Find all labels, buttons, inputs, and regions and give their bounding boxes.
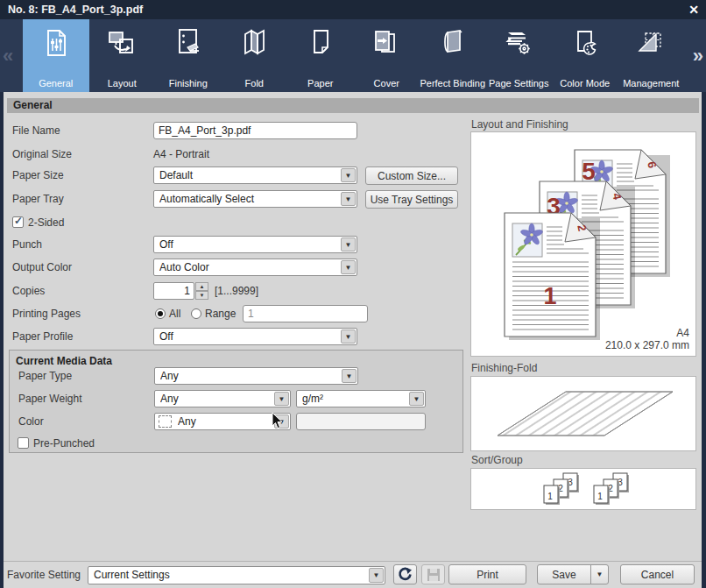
- page-number: 5: [582, 158, 596, 185]
- paper-tray-select[interactable]: Automatically Select ▼: [153, 190, 357, 208]
- finishing-fold-title: Finishing-Fold: [471, 362, 537, 374]
- chevron-down-icon[interactable]: ▼: [341, 168, 356, 182]
- tab-page-settings[interactable]: Page Settings: [486, 19, 553, 92]
- chevron-down-icon[interactable]: ▼: [341, 329, 356, 344]
- page-settings-icon: [503, 27, 534, 59]
- pages-preview-image: 5 6 3 4 1 2: [471, 132, 695, 356]
- titlebar: No. 8: FB_A4_Port_3p.pdf ✕: [0, 0, 706, 19]
- file-name-input[interactable]: [153, 122, 357, 139]
- scroll-right-icon[interactable]: »: [693, 19, 703, 92]
- perfect-binding-icon: [437, 27, 469, 59]
- copies-stepper[interactable]: 1 ▲ ▼: [153, 282, 208, 300]
- file-name-label: File Name: [12, 122, 60, 140]
- chevron-down-icon[interactable]: ▼: [369, 568, 384, 583]
- chevron-down-icon[interactable]: ▼: [342, 369, 357, 383]
- printing-pages-label: Printing Pages: [12, 305, 81, 323]
- copies-value[interactable]: 1: [153, 282, 194, 300]
- tab-label: Page Settings: [486, 78, 553, 89]
- sort-page-number: 1: [547, 492, 553, 501]
- original-size-value: A4 - Portrait: [153, 145, 209, 164]
- favorite-setting-select[interactable]: Current Settings ▼: [88, 566, 385, 584]
- chevron-down-icon[interactable]: ▼: [341, 260, 356, 274]
- favorite-setting-label: Favorite Setting: [7, 562, 81, 588]
- pages-range-radio[interactable]: [191, 308, 201, 319]
- section-header-general: General: [7, 98, 699, 113]
- tab-strip: General Layout Fini: [23, 19, 684, 92]
- print-button[interactable]: Print: [448, 564, 526, 584]
- fold-icon: [238, 27, 270, 59]
- sorted-sets-image: 3 2 1 3 2 1: [471, 469, 695, 509]
- cancel-button[interactable]: Cancel: [620, 564, 695, 584]
- media-color-input: [296, 413, 426, 430]
- tab-color-mode[interactable]: Color Mode: [552, 19, 618, 92]
- pre-punched-label: Pre-Punched: [33, 435, 95, 452]
- punch-label: Punch: [12, 236, 42, 254]
- chevron-down-icon[interactable]: ▼: [409, 392, 424, 406]
- media-color-select[interactable]: Any ▼: [154, 413, 291, 430]
- paper-weight-label: Paper Weight: [18, 390, 82, 407]
- save-options-arrow[interactable]: ▼: [590, 564, 609, 584]
- refresh-button[interactable]: [393, 564, 417, 584]
- toolbar: « General Layout: [0, 19, 706, 92]
- tab-label: Cover: [354, 78, 420, 89]
- paper-size-select[interactable]: Default ▼: [153, 166, 357, 184]
- original-size-label: Original Size: [12, 145, 72, 164]
- paper-weight-select[interactable]: Any ▼: [154, 390, 291, 407]
- layout-finishing-preview: 5 6 3 4 1 2 A4 210.0 x 297.0 mm: [470, 131, 696, 357]
- tab-label: Fold: [222, 78, 288, 89]
- paper-type-label: Paper Type: [18, 367, 72, 385]
- tab-layout[interactable]: Layout: [89, 19, 156, 92]
- sort-page-number: 1: [597, 492, 603, 501]
- copies-range-hint: [1...9999]: [215, 282, 258, 301]
- punch-select[interactable]: Off ▼: [153, 236, 357, 253]
- layout-finishing-title: Layout and Finishing: [471, 118, 568, 131]
- copies-up-icon[interactable]: ▲: [195, 282, 208, 291]
- save-button[interactable]: Save: [537, 564, 591, 584]
- scroll-left-icon[interactable]: «: [3, 19, 13, 92]
- page-number: 1: [543, 283, 556, 309]
- pre-punched-checkbox[interactable]: [18, 437, 29, 449]
- tab-paper[interactable]: Paper: [287, 19, 354, 92]
- pages-all-radio[interactable]: [155, 308, 166, 319]
- paper-type-select[interactable]: Any ▼: [154, 367, 358, 385]
- general-icon: [40, 27, 72, 59]
- flat-sheet-image: [471, 377, 695, 450]
- tab-label: Perfect Binding: [420, 78, 486, 89]
- tab-cover[interactable]: Cover: [354, 19, 420, 92]
- tab-label: Finishing: [155, 78, 222, 89]
- chevron-down-icon[interactable]: ▼: [274, 392, 289, 406]
- tab-general[interactable]: General: [23, 19, 89, 92]
- chevron-down-icon[interactable]: ▼: [274, 414, 289, 429]
- output-color-select[interactable]: Auto Color ▼: [153, 259, 357, 276]
- tab-management[interactable]: Management: [618, 19, 685, 92]
- two-sided-checkbox[interactable]: [12, 216, 24, 228]
- print-driver-dialog: No. 8: FB_A4_Port_3p.pdf ✕ « General: [0, 0, 706, 588]
- sort-group-preview: 3 2 1 3 2 1: [470, 468, 696, 510]
- custom-size-button[interactable]: Custom Size...: [365, 166, 458, 185]
- color-swatch: [159, 415, 172, 428]
- tab-label: Color Mode: [552, 78, 618, 89]
- current-media-data-panel: Current Media Data Paper Type Any ▼ Pape…: [9, 350, 463, 453]
- pages-all-label: All: [169, 305, 180, 323]
- pages-range-label: Range: [205, 305, 236, 323]
- use-tray-settings-button[interactable]: Use Tray Settings: [365, 190, 458, 209]
- output-color-label: Output Color: [12, 259, 72, 277]
- weight-unit-select[interactable]: g/m² ▼: [296, 390, 426, 407]
- paper-profile-select[interactable]: Off ▼: [153, 328, 357, 345]
- tab-label: Management: [618, 78, 685, 89]
- copies-down-icon[interactable]: ▼: [195, 291, 208, 300]
- paper-tray-label: Paper Tray: [12, 190, 64, 209]
- pages-range-input[interactable]: [243, 305, 368, 322]
- save-favorite-button: [421, 564, 445, 584]
- tab-perfect-binding[interactable]: Perfect Binding: [420, 19, 486, 92]
- finishing-fold-preview: [470, 376, 696, 451]
- chevron-down-icon[interactable]: ▼: [341, 237, 356, 251]
- tab-finishing[interactable]: Finishing: [155, 19, 222, 92]
- window-border-left: [0, 92, 4, 588]
- chevron-down-icon[interactable]: ▼: [341, 192, 356, 206]
- tab-fold[interactable]: Fold: [222, 19, 288, 92]
- paper-dimensions: 210.0 x 297.0 mm: [605, 339, 689, 351]
- media-color-label: Color: [18, 413, 44, 430]
- close-icon[interactable]: ✕: [688, 0, 699, 19]
- sort-group-title: Sort/Group: [471, 454, 523, 466]
